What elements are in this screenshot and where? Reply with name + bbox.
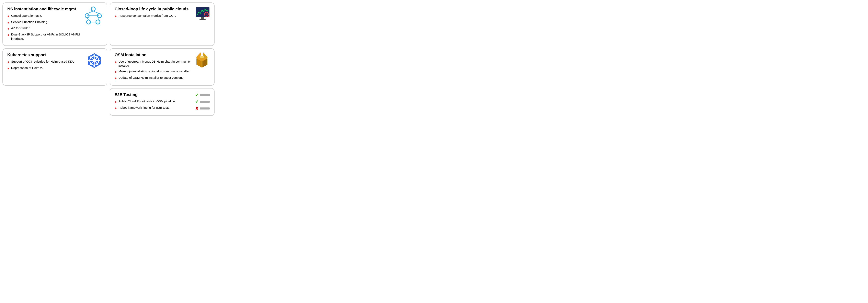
svg-rect-13 [201,17,204,19]
e2e-check-row-1: ✔ [195,92,210,98]
list-item: ● Public Cloud Robot tests in OSM pipeli… [115,99,193,104]
svg-line-8 [98,18,99,20]
list-item: ● Make juju installation optional in com… [115,69,192,75]
item-text: Dual-Stack IP Support for VNFs in SOL003… [11,32,82,41]
kubernetes-card: Kubernetes support ● Support of OCI regi… [2,48,107,86]
osm-install-icon [194,52,210,68]
list-item: ● Robot framework linting for E2E tests. [115,105,193,111]
monitor-icon [195,6,210,21]
closed-loop-card: Closed-loop life cycle in public clouds … [110,2,215,46]
item-text: Cancel operation task. [11,13,42,18]
list-item: ● Cancel operation task. [7,13,82,19]
bullet-icon: ● [7,13,9,19]
item-text: Deprecation of Helm v2. [11,66,44,70]
svg-point-0 [91,7,95,11]
osm-installation-content: OSM installation ● Use of upstream Mongo… [115,52,192,82]
bullet-icon: ● [7,26,9,31]
svg-rect-27 [98,60,100,61]
gray-bar-3 [200,107,210,110]
network-icon [84,6,102,25]
svg-rect-25 [93,65,95,67]
bullet-icon: ● [115,106,117,111]
osm-installation-title: OSM installation [115,52,192,57]
svg-line-6 [93,11,99,13]
checkmark-icon-2: ✔ [195,99,199,104]
list-item: ● Update of OSM Helm installer to latest… [115,76,192,81]
e2e-check-row-2: ✔ [195,99,210,104]
closed-loop-title: Closed-loop life cycle in public clouds [115,6,193,11]
gray-bar-2 [200,101,210,103]
e2e-testing-card: E2E Testing ● Public Cloud Robot tests i… [110,88,215,116]
bullet-icon: ● [115,13,117,19]
e2e-status-icons: ✔ ✔ ✘ [195,92,210,111]
closed-loop-list: ● Resource consumption metrics from GCP. [115,13,193,19]
kubernetes-content: Kubernetes support ● Support of OCI regi… [7,52,84,72]
svg-rect-14 [199,19,206,20]
item-text: Public Cloud Robot tests in OSM pipeline… [119,99,176,103]
bullet-icon: ● [7,66,9,71]
osm-installation-list: ● Use of upstream MongoDB Helm chart in … [115,59,192,81]
ns-lifecycle-content: NS instantiation and lifecycle mgmt ● Ca… [7,6,82,42]
bullet-icon: ● [115,99,117,104]
ns-lifecycle-card: NS instantiation and lifecycle mgmt ● Ca… [2,2,107,46]
svg-rect-26 [88,60,90,61]
closed-loop-content: Closed-loop life cycle in public clouds … [115,6,193,20]
ns-lifecycle-title: NS instantiation and lifecycle mgmt [7,6,82,11]
e2e-testing-list: ● Public Cloud Robot tests in OSM pipeli… [115,99,193,111]
svg-marker-36 [201,58,203,67]
item-text: Update of OSM Helm installer to latest v… [119,76,184,80]
list-item: ● Deprecation of Helm v2. [7,66,84,71]
bullet-icon: ● [7,32,9,37]
list-item: ● Use of upstream MongoDB Helm chart in … [115,59,192,68]
gray-bar-1 [200,94,210,96]
item-text: Use of upstream MongoDB Helm chart in co… [119,59,192,68]
e2e-testing-content: E2E Testing ● Public Cloud Robot tests i… [115,92,193,112]
e2e-testing-title: E2E Testing [115,92,193,97]
list-item: ● Service Function Chaining. [7,20,82,25]
e2e-cross-row: ✘ [195,106,210,111]
item-text: Service Function Chaining. [11,20,48,24]
kubernetes-list: ● Support of OCI registries for Helm-bas… [7,59,84,71]
k8s-icon [86,52,102,69]
bullet-icon: ● [115,69,117,75]
item-text: Make juju installation optional in commu… [119,69,190,74]
svg-line-7 [87,18,89,20]
bullet-icon: ● [7,59,9,65]
osm-installation-card: OSM installation ● Use of upstream Mongo… [110,48,215,86]
ns-lifecycle-list: ● Cancel operation task. ● Service Funct… [7,13,82,41]
bullet-icon: ● [115,76,117,81]
list-item: ● AZ for Cinder. [7,26,82,31]
crossmark-icon: ✘ [195,106,199,111]
checkmark-icon-1: ✔ [195,92,199,98]
svg-line-5 [87,11,93,13]
svg-rect-24 [93,54,95,56]
list-item: ● Dual-Stack IP Support for VNFs in SOL0… [7,32,82,41]
item-text: Support of OCI registries for Helm-based… [11,59,74,64]
list-item: ● Resource consumption metrics from GCP. [115,13,193,19]
item-text: AZ for Cinder. [11,26,30,30]
bullet-icon: ● [115,59,117,65]
bullet-icon: ● [7,20,9,25]
list-item: ● Support of OCI registries for Helm-bas… [7,59,84,65]
item-text: Resource consumption metrics from GCP. [119,13,176,18]
item-text: Robot framework linting for E2E tests. [119,105,170,110]
kubernetes-title: Kubernetes support [7,52,84,57]
